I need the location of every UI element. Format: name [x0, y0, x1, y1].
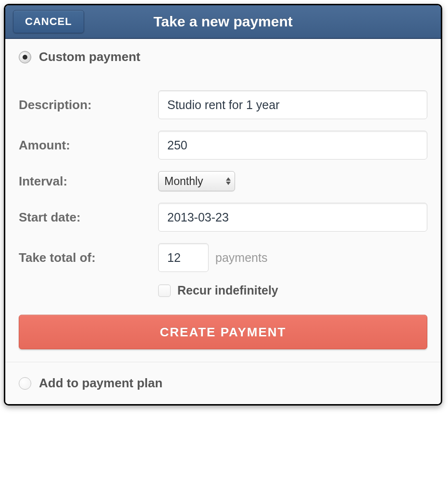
total-input[interactable]: [158, 243, 209, 272]
payment-form: Description: Amount: Interval: Monthly: [5, 69, 441, 362]
cancel-button[interactable]: CANCEL: [13, 10, 84, 33]
amount-label: Amount:: [19, 138, 158, 153]
custom-payment-label: Custom payment: [39, 49, 140, 64]
row-description: Description:: [19, 90, 427, 119]
row-total: Take total of: payments: [19, 243, 427, 272]
add-to-plan-radio[interactable]: [19, 377, 31, 390]
add-to-plan-head[interactable]: Add to payment plan: [5, 362, 441, 404]
panel: Custom payment Description: Amount: Inte…: [5, 39, 441, 404]
start-date-label: Start date:: [19, 210, 158, 225]
custom-payment-head[interactable]: Custom payment: [5, 39, 441, 69]
row-start-date: Start date:: [19, 203, 427, 232]
create-payment-button[interactable]: CREATE PAYMENT: [19, 315, 427, 349]
payment-dialog: CANCEL Take a new payment Custom payment…: [4, 4, 442, 406]
total-label: Take total of:: [19, 250, 158, 265]
interval-select[interactable]: Monthly: [158, 171, 235, 191]
interval-value: Monthly: [164, 175, 203, 188]
row-amount: Amount:: [19, 131, 427, 160]
add-to-plan-label: Add to payment plan: [39, 376, 162, 391]
start-date-input[interactable]: [158, 203, 427, 232]
row-interval: Interval: Monthly: [19, 171, 427, 191]
recur-label: Recur indefinitely: [177, 283, 278, 297]
amount-input[interactable]: [158, 131, 427, 160]
description-label: Description:: [19, 98, 158, 112]
row-recur: Recur indefinitely: [19, 283, 427, 297]
recur-checkbox[interactable]: [158, 284, 171, 297]
total-suffix: payments: [215, 251, 267, 265]
titlebar: CANCEL Take a new payment: [5, 5, 441, 39]
custom-payment-radio[interactable]: [19, 51, 31, 63]
interval-label: Interval:: [19, 174, 158, 189]
description-input[interactable]: [158, 90, 427, 119]
